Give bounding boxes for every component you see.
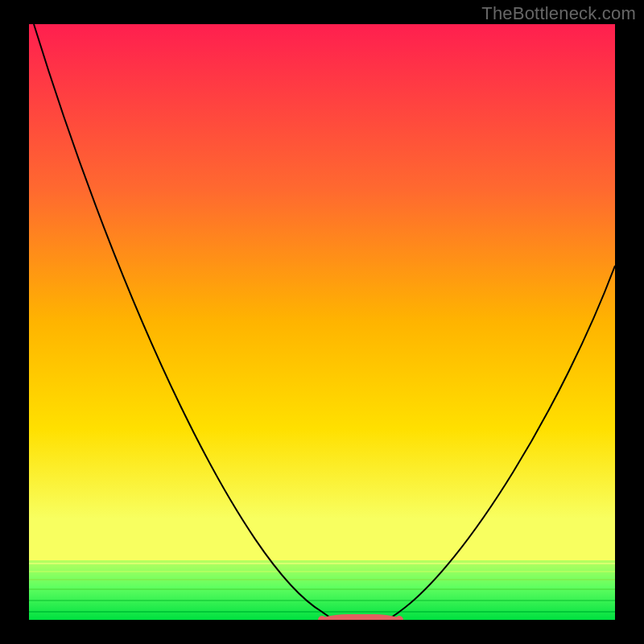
plot-gradient — [29, 24, 615, 620]
watermark-text: TheBottleneck.com — [481, 3, 636, 24]
frame-left — [0, 0, 29, 644]
frame-bottom — [0, 620, 644, 644]
chart-svg — [0, 0, 644, 644]
chart-frame: TheBottleneck.com — [0, 0, 644, 644]
frame-right — [615, 0, 644, 644]
